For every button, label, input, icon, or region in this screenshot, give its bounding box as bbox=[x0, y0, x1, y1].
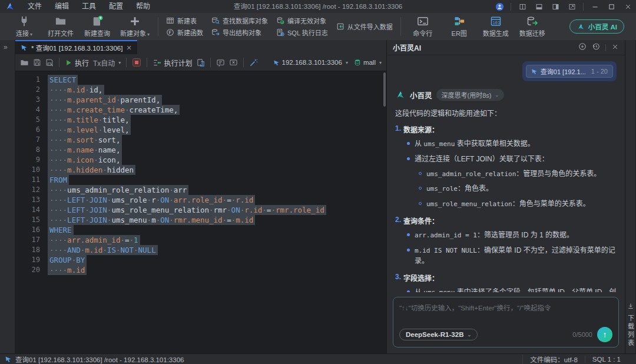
new-table-button[interactable]: 新建表 bbox=[166, 15, 203, 27]
export-struct-object-button[interactable]: 导出结构对象 bbox=[211, 27, 268, 38]
query-cursor-icon bbox=[5, 356, 12, 363]
open-icon[interactable] bbox=[20, 58, 29, 67]
list-item: 从 ums_menu 表中获取菜单相关数据。 bbox=[407, 138, 617, 150]
explain-plan-button[interactable]: 执行计划 bbox=[153, 58, 192, 68]
code-line: 17····arr.admin_id·=·1 bbox=[15, 235, 386, 245]
run-button[interactable]: 执行 bbox=[65, 58, 89, 68]
assistant-name: 小百灵 bbox=[410, 90, 432, 101]
bullet-icon bbox=[407, 142, 410, 145]
connection-select[interactable]: 192.168.3.101:3306▾ bbox=[273, 59, 348, 66]
download-icon[interactable] bbox=[627, 302, 634, 312]
selection-highlight: ····m.id bbox=[48, 265, 87, 275]
sub-list-item: ums_role_menu_relation：角色与菜单的关系表。 bbox=[419, 198, 617, 210]
beautify-wand-icon[interactable] bbox=[249, 58, 258, 67]
toolbar-item-label: 连接▾ bbox=[16, 28, 32, 38]
open-file-icon bbox=[55, 15, 67, 27]
layout-right-icon[interactable] bbox=[547, 0, 564, 13]
play-icon bbox=[65, 59, 72, 67]
tab-title: * 查询01 [192.168.3.101:3306] bbox=[31, 43, 122, 52]
command-line-icon bbox=[417, 15, 429, 27]
user-avatar[interactable] bbox=[491, 0, 508, 13]
compile-invalid-button[interactable]: 编译无效对象 bbox=[276, 15, 328, 27]
history-icon[interactable] bbox=[592, 42, 600, 53]
layout-expand-icon[interactable] bbox=[564, 0, 580, 13]
code-line: 19GROUP·BY bbox=[15, 255, 386, 265]
list-item: 通过左连接（LEFT JOIN）关联了以下表： bbox=[407, 154, 617, 164]
maximize-button[interactable] bbox=[603, 0, 620, 13]
selection-highlight: ····m.level·level, bbox=[48, 125, 131, 135]
format-sql-icon[interactable] bbox=[196, 58, 205, 67]
query-reference-chip[interactable]: 查询01 [192.1... 1 - 20 bbox=[526, 65, 613, 78]
minimize-button[interactable] bbox=[587, 0, 603, 13]
ai-button-label: 小百灵 AI bbox=[588, 22, 617, 31]
toolbar-item-label: 新建函数 bbox=[177, 28, 203, 37]
import-from-file-button[interactable]: 从文件导入数据 bbox=[336, 21, 393, 32]
line-number: 7 bbox=[15, 135, 40, 145]
title-bar: 文件编辑工具配置帮助 查询01 [192.168.3.101:3306] /ro… bbox=[0, 0, 636, 13]
ai-close-icon[interactable] bbox=[611, 42, 619, 53]
editor-scrollbar[interactable] bbox=[383, 72, 386, 107]
tab-close-icon[interactable]: ✕ bbox=[126, 44, 131, 52]
compile-invalid-icon bbox=[276, 16, 284, 25]
menu-item[interactable]: 帮助 bbox=[130, 0, 157, 13]
open-file-button[interactable]: 打开文件 bbox=[42, 13, 79, 40]
tx-mode-select[interactable]: Tx自动▾ bbox=[93, 58, 121, 68]
uncomment-icon[interactable] bbox=[229, 58, 238, 67]
ai-logo-icon bbox=[395, 90, 406, 100]
find-db-object-button[interactable]: 查找数据库对象 bbox=[211, 15, 268, 27]
menu-item[interactable]: 配置 bbox=[102, 0, 130, 13]
selection-highlight: GROUP·BY bbox=[48, 255, 87, 265]
ai-prompt-input[interactable] bbox=[399, 303, 612, 327]
data-generate-button[interactable]: 101数据生成 bbox=[478, 13, 514, 40]
command-line-button[interactable]: 命令行 bbox=[405, 13, 441, 40]
toolbar-item-label: 编译无效对象 bbox=[287, 16, 326, 25]
menu-bar: 文件编辑工具配置帮助 bbox=[21, 0, 157, 13]
save-as-icon[interactable] bbox=[45, 58, 54, 67]
new-query-button[interactable]: 新建查询 bbox=[79, 13, 115, 40]
code-line: 3····m.parent_id·parentId, bbox=[15, 95, 386, 105]
model-select[interactable]: DeepSeek-R1-32B⌄ bbox=[399, 329, 478, 340]
download-list-label[interactable]: 下载列表 bbox=[626, 315, 635, 348]
expand-sidebar-button[interactable]: » bbox=[0, 40, 15, 51]
comment-icon[interactable] bbox=[216, 58, 225, 67]
layout-split-icon[interactable] bbox=[514, 0, 531, 13]
sql-editor[interactable]: 1SELECT2····m.id·id,3····m.parent_id·par… bbox=[15, 71, 386, 353]
assistant-header: 小百灵 深度思考(用时8s)⌄ bbox=[395, 89, 617, 101]
ai-toggle-button[interactable]: 小百灵 AI bbox=[569, 19, 624, 34]
sql-exec-log-button[interactable]: SQL 执行日志 bbox=[276, 27, 328, 38]
left-collapse-strip: » bbox=[0, 40, 15, 353]
selection-highlight: WHERE bbox=[48, 225, 74, 235]
new-query-icon bbox=[91, 15, 103, 27]
new-chat-icon[interactable] bbox=[578, 42, 587, 53]
new-function-icon bbox=[166, 28, 174, 37]
send-button[interactable]: ↑ bbox=[597, 327, 612, 342]
chevron-down-icon: ▾ bbox=[147, 32, 150, 37]
new-function-button[interactable]: 新建函数 bbox=[166, 27, 203, 38]
section-number: 1. bbox=[395, 124, 401, 134]
file-encoding[interactable]: 文件编码：utf-8 bbox=[522, 355, 585, 364]
connect-button[interactable]: 连接▾ bbox=[6, 13, 42, 40]
layout-bottom-icon[interactable] bbox=[531, 0, 547, 13]
deep-think-pill[interactable]: 深度思考(用时8s)⌄ bbox=[436, 89, 505, 101]
status-connection: 查询01 [192.168.3.101:3306] /root - 192.16… bbox=[15, 355, 184, 364]
stop-button[interactable] bbox=[132, 58, 141, 67]
tab-query01[interactable]: * 查询01 [192.168.3.101:3306] ✕ bbox=[15, 40, 137, 54]
menu-item[interactable]: 编辑 bbox=[48, 0, 75, 13]
menu-item[interactable]: 文件 bbox=[21, 0, 48, 13]
er-diagram-button[interactable]: ER图 bbox=[441, 13, 478, 40]
menu-item[interactable]: 工具 bbox=[75, 0, 102, 13]
save-icon[interactable] bbox=[33, 58, 41, 67]
close-button[interactable] bbox=[620, 0, 636, 13]
new-object-button[interactable]: 新建对象▾ bbox=[115, 13, 154, 40]
connect-icon bbox=[18, 15, 30, 27]
selection-highlight: ····m.id·id, bbox=[48, 85, 104, 95]
data-migrate-button[interactable]: 数据迁移 bbox=[514, 13, 551, 40]
line-number: 9 bbox=[15, 155, 40, 165]
toolbar-item-label: ER图 bbox=[452, 28, 467, 38]
database-select[interactable]: mall▾ bbox=[354, 59, 382, 66]
ai-input-card: DeepSeek-R1-32B⌄ 0/5000 ↑ bbox=[393, 297, 619, 348]
database-icon bbox=[354, 59, 361, 66]
cursor-position[interactable]: SQL 1 : 1 bbox=[585, 356, 628, 363]
new-table-icon bbox=[166, 16, 174, 25]
query-cursor-icon bbox=[273, 59, 280, 66]
